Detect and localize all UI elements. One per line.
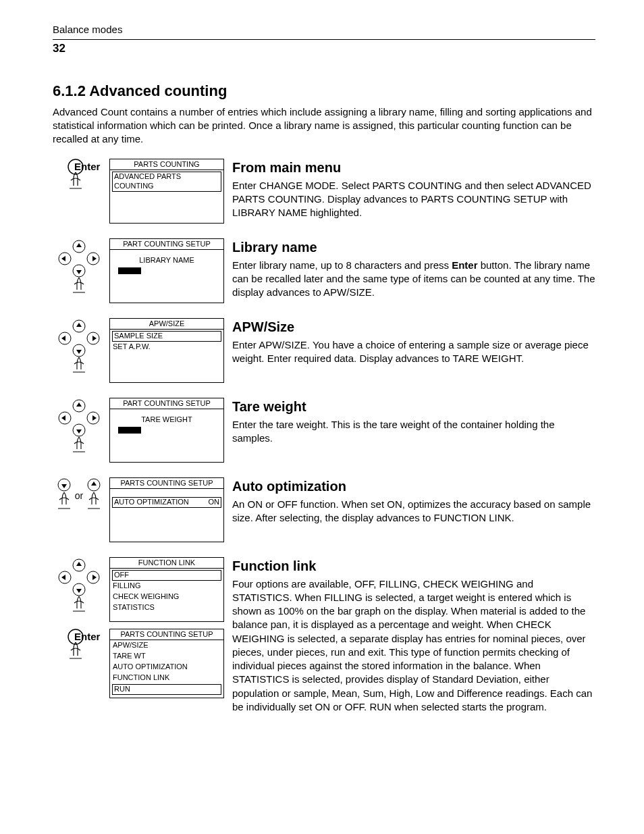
step-heading: APW/Size [232,318,595,336]
screen-line: FILLING [110,581,223,592]
screen-selected: OFF [112,570,221,581]
screen-title: PARTS COUNTING SETUP [110,478,223,490]
step-auto-optimization: or PARTS COUNTING SETUP AUTO OPTIMIZATIO… [53,477,595,542]
dpad-icon [53,557,105,622]
page-number: 32 [53,41,595,57]
enter-label: Enter [74,630,100,644]
step-library-name: PART COUNTING SETUP LIBRARY NAME Library… [53,238,595,303]
step-tare-weight: PART COUNTING SETUP TARE WEIGHT Tare wei… [53,398,595,463]
step-heading: From main menu [232,159,595,177]
section-intro: Advanced Count contains a number of entr… [53,105,595,147]
step-body: Enter CHANGE MODE. Select PARTS COUNTING… [232,179,595,220]
enter-press-icon: Enter [53,159,105,197]
screen-title: PARTS COUNTING SETUP [110,629,223,641]
up-or-down-icon: or [53,477,105,515]
or-label: or [75,490,83,502]
dpad-icon [53,398,105,456]
running-header: Balance modes [53,23,595,40]
screen-title: FUNCTION LINK [110,558,223,569]
step-body: Enter APW/SIZE. You have a choice of ent… [232,338,595,366]
screen-selected: ADVANCED PARTS COUNTING [112,172,221,192]
step-body: An ON or OFF function. When set ON, opti… [232,498,595,525]
step-heading: Function link [232,557,595,575]
screen-row-left: AUTO OPTIMIZATION [114,498,189,507]
screen-title: APW/SIZE [110,319,223,330]
text-cursor [118,427,141,434]
step-from-main-menu: Enter PARTS COUNTING ADVANCED PARTS COUN… [53,159,595,224]
screen-line: LIBRARY NAME [110,255,223,266]
enter-press-icon: Enter [53,629,105,699]
text-cursor [118,267,141,274]
step-body: Enter the tare weight. This is the tare … [232,418,595,446]
screen-parts-counting: PARTS COUNTING ADVANCED PARTS COUNTING [109,159,224,224]
enter-label: Enter [74,160,100,174]
screen-row-right: ON [209,498,220,507]
screen-library-name: PART COUNTING SETUP LIBRARY NAME [109,238,224,303]
step-heading: Auto optimization [232,477,595,496]
step-apw-size: APW/SIZE SAMPLE SIZE SET A.P.W. APW/Size… [53,318,595,383]
screen-line: STATISTICS [110,602,223,613]
screen-line: FUNCTION LINK [110,673,223,683]
page: Balance modes 32 6.1.2 Advanced counting… [0,0,644,834]
screen-setup-summary: PARTS COUNTING SETUP APW/SIZE TARE WT AU… [109,629,224,699]
step-body: Four options are available, OFF, FILLING… [232,577,595,714]
dpad-icon [53,318,105,376]
screen-title: PART COUNTING SETUP [110,239,223,251]
screen-tare-weight: PART COUNTING SETUP TARE WEIGHT [109,398,224,463]
screen-line: TARE WEIGHT [110,415,223,425]
screen-line: APW/SIZE [110,640,223,651]
step-function-link: FUNCTION LINK OFF FILLING CHECK WEIGHING… [53,557,595,714]
screen-auto-opt: PARTS COUNTING SETUP AUTO OPTIMIZATION O… [109,477,224,542]
screen-line: AUTO OPTIMIZATION [110,662,223,673]
screen-line: TARE WT [110,651,223,662]
screen-selected: RUN [112,684,221,695]
screen-title: PART COUNTING SETUP [110,398,223,410]
dpad-icon [53,238,105,296]
screen-line: CHECK WEIGHING [110,592,223,602]
section-title: 6.1.2 Advanced counting [53,81,595,101]
screen-selected: SAMPLE SIZE [112,331,221,342]
screen-function-link: FUNCTION LINK OFF FILLING CHECK WEIGHING… [109,557,224,622]
step-heading: Library name [232,238,595,257]
step-body: Enter library name, up to 8 characters a… [232,259,595,300]
screen-title: PARTS COUNTING [110,159,223,171]
step-heading: Tare weight [232,398,595,416]
screen-line: SET A.P.W. [110,342,223,353]
screen-apw-size: APW/SIZE SAMPLE SIZE SET A.P.W. [109,318,224,383]
screen-selected: AUTO OPTIMIZATION ON [112,497,221,508]
